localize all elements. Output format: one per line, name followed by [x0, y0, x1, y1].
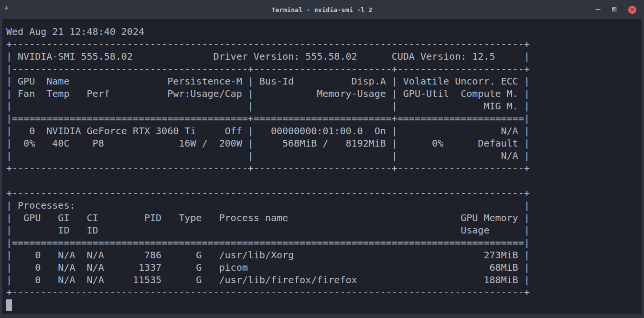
terminal-output: Wed Aug 21 12:48:40 2024 +--------------… [2, 19, 642, 298]
window-menu-icon[interactable]: + [4, 5, 9, 12]
close-icon: ✕ [630, 7, 634, 12]
window-controls: ✕ [595, 0, 636, 19]
maximize-button[interactable] [612, 7, 617, 12]
terminal-screen[interactable]: Wed Aug 21 12:48:40 2024 +--------------… [2, 19, 642, 314]
close-button[interactable]: ✕ [628, 6, 636, 14]
terminal-window: + Terminal - nvidia-smi -l 2 ✕ Wed Aug 2… [0, 0, 644, 318]
titlebar[interactable]: + Terminal - nvidia-smi -l 2 ✕ [0, 0, 644, 19]
window-title: Terminal - nvidia-smi -l 2 [0, 6, 644, 13]
minimize-button[interactable] [595, 9, 601, 10]
terminal-cursor [6, 299, 12, 311]
